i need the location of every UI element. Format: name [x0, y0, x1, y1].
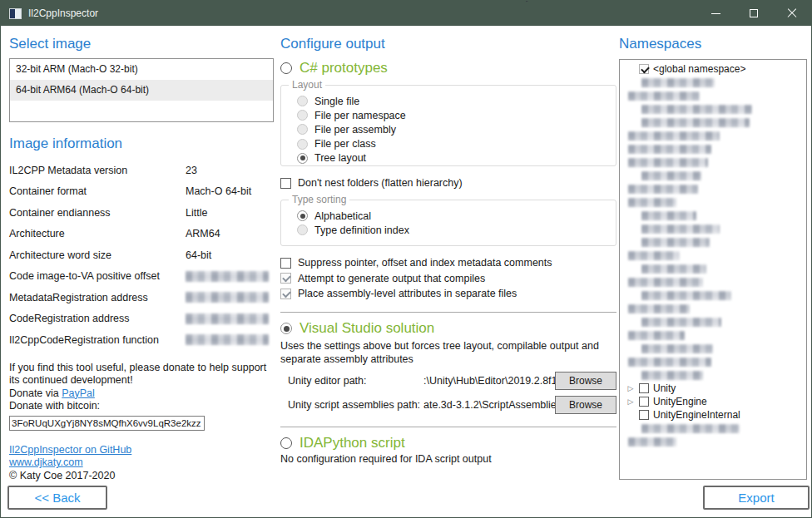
unity-script-path-label: Unity script assemblies path: [288, 399, 423, 411]
namespace-item-redacted[interactable] [626, 275, 806, 289]
namespace-item-redacted[interactable] [626, 435, 806, 448]
option-label: File per assembly [314, 124, 396, 136]
redacted-text [641, 118, 750, 127]
namespace-item-redacted[interactable] [626, 235, 806, 249]
expander-icon[interactable]: ▷ [626, 397, 635, 406]
type-sorting-option[interactable]: Alphabetical [297, 209, 607, 223]
radio-icon [297, 139, 308, 150]
radio-icon [280, 437, 292, 449]
type-sorting-option[interactable]: Type definition index [297, 223, 607, 237]
visual-studio-label: Visual Studio solution [300, 320, 434, 337]
option-label: Type definition index [314, 224, 409, 236]
redacted-text [641, 224, 720, 234]
namespace-item[interactable]: ▷UnityEngine [626, 395, 806, 408]
namespace-item-redacted[interactable] [626, 89, 806, 102]
expander-icon[interactable]: ▷ [626, 384, 635, 392]
info-value-redacted [186, 334, 269, 345]
radio-icon [297, 124, 308, 135]
image-info-heading: Image information [9, 136, 274, 152]
redacted-text [628, 185, 698, 194]
github-link[interactable]: Il2CppInspector on GitHub [9, 444, 131, 456]
option-checkbox[interactable]: Attempt to generate output that compiles [280, 273, 616, 284]
unity-editor-path-value: :\Unity\Hub\Editor\2019.2.8f1 [423, 375, 555, 387]
image-info-rows: IL2CPP Metadata version23Container forma… [9, 160, 274, 351]
layout-groupbox: Layout Single fileFile per namespaceFile… [280, 85, 616, 166]
checkbox-icon [639, 397, 649, 407]
namespaces-list[interactable]: <global namespace>▷Unity▷UnityEngineUnit… [619, 59, 807, 480]
info-row: ArchitectureARM64 [9, 224, 274, 245]
namespace-item-redacted[interactable] [626, 342, 806, 355]
namespace-item-redacted[interactable] [626, 222, 806, 235]
namespace-item-redacted[interactable] [626, 289, 806, 302]
namespace-item-redacted[interactable] [626, 249, 806, 262]
redacted-text [628, 278, 703, 287]
namespace-item-redacted[interactable] [626, 142, 806, 155]
namespace-item-redacted[interactable] [626, 262, 806, 275]
paypal-link[interactable]: PayPal [62, 387, 95, 399]
visual-studio-radio[interactable]: Visual Studio solution [280, 320, 616, 337]
close-button[interactable] [773, 1, 811, 26]
visual-studio-description: Uses the settings above but forces tree … [280, 339, 607, 366]
namespace-item-redacted[interactable] [626, 195, 806, 209]
namespace-item-redacted[interactable] [626, 368, 806, 382]
namespace-item-redacted[interactable] [626, 209, 806, 222]
namespace-item-redacted[interactable] [626, 155, 806, 169]
namespace-item[interactable]: ▷Unity [626, 382, 806, 395]
info-row: CodeRegistration address [9, 308, 274, 330]
namespace-item-redacted[interactable] [626, 422, 806, 435]
redacted-text [641, 78, 715, 87]
browse-editor-button[interactable]: Browse [555, 372, 616, 390]
copyright-text: © Katy Coe 2017-2020 [9, 470, 115, 481]
idapython-radio[interactable]: IDAPython script [280, 435, 616, 451]
redacted-text [641, 344, 713, 353]
layout-option[interactable]: File per assembly [297, 122, 607, 136]
namespace-item-redacted[interactable] [626, 76, 806, 89]
minimize-button[interactable] [696, 1, 735, 26]
namespace-item-redacted[interactable] [626, 182, 806, 195]
flatten-checkbox[interactable]: Don't nest folders (flatten hierarchy) [280, 177, 616, 189]
export-button[interactable]: Export [703, 486, 810, 510]
idapython-description: No configuration required for IDA script… [280, 453, 616, 465]
namespace-item-redacted[interactable] [626, 355, 806, 368]
info-value: 23 [186, 165, 197, 176]
info-label: Architecture word size [9, 249, 186, 261]
idapython-label: IDAPython script [300, 435, 405, 451]
layout-option[interactable]: Tree layout [297, 151, 607, 165]
namespace-item-redacted[interactable] [626, 129, 806, 142]
back-button[interactable]: << Back [7, 486, 107, 510]
namespace-item-redacted[interactable] [626, 102, 806, 116]
info-label: Container format [9, 185, 186, 197]
info-value: Mach-O 64-bit [186, 185, 251, 197]
redacted-text [641, 424, 740, 433]
image-listbox[interactable]: 32-bit ARM (Mach-O 32-bit)64-bit ARM64 (… [9, 58, 274, 122]
bitcoin-address-input[interactable] [9, 416, 205, 431]
csharp-prototypes-radio[interactable]: C# prototypes [280, 60, 616, 76]
info-label: Architecture [9, 228, 186, 239]
maximize-button[interactable] [735, 1, 773, 26]
image-list-item[interactable]: 64-bit ARM64 (Mach-O 64-bit) [10, 80, 273, 101]
namespace-item[interactable]: UnityEngineInternal [626, 408, 806, 422]
option-checkbox[interactable]: Place assembly-level attributes in separ… [280, 288, 616, 299]
namespace-item-redacted[interactable] [626, 169, 806, 182]
configure-output-heading: Configure output [280, 36, 616, 52]
separator [280, 312, 616, 313]
browse-assemblies-button[interactable]: Browse [555, 396, 616, 414]
donation-bitcoin-label: Donate with bitcoin: [9, 400, 100, 412]
layout-option[interactable]: File per namespace [297, 108, 607, 122]
option-checkbox[interactable]: Suppress pointer, offset and index metad… [280, 257, 616, 269]
namespace-item-redacted[interactable] [626, 315, 806, 328]
info-value-redacted [186, 313, 269, 324]
website-link[interactable]: www.djkaty.com [9, 456, 83, 468]
namespace-label: UnityEngineInternal [653, 409, 740, 421]
namespace-item[interactable]: <global namespace> [626, 62, 806, 76]
option-label: Single file [314, 96, 359, 107]
layout-option[interactable]: File per class [297, 137, 607, 151]
info-row: IL2CPP Metadata version23 [9, 160, 274, 181]
layout-option[interactable]: Single file [297, 94, 607, 108]
namespace-item-redacted[interactable] [626, 116, 806, 129]
donation-paypal-prefix: Donate via [9, 387, 62, 399]
namespace-item-redacted[interactable] [626, 328, 806, 342]
image-list-item[interactable]: 32-bit ARM (Mach-O 32-bit) [10, 59, 273, 80]
namespace-item-redacted[interactable] [626, 302, 806, 315]
namespace-label: UnityEngine [653, 396, 707, 407]
